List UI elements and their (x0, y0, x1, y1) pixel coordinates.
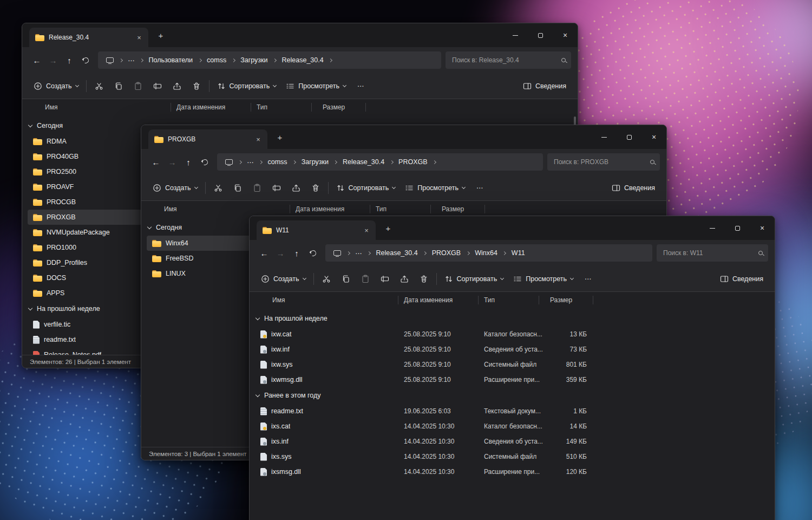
tab-close-icon[interactable]: × (133, 31, 145, 43)
file-row[interactable]: ixs.inf14.04.2025 10:30Сведения об уста.… (255, 434, 593, 449)
search-input[interactable] (451, 56, 557, 64)
column-header-date[interactable]: Дата изменения (398, 292, 479, 308)
forward-button[interactable]: → (45, 52, 61, 68)
column-header-name[interactable]: Имя (28, 99, 171, 115)
minimize-button[interactable] (700, 216, 725, 240)
breadcrumb-chevron-icon[interactable] (197, 59, 203, 62)
more-button[interactable]: ⋯ (470, 179, 489, 197)
forward-button[interactable]: → (164, 154, 180, 170)
copy-button[interactable] (109, 77, 128, 95)
close-button[interactable]: × (641, 125, 666, 149)
create-button[interactable]: Создать (256, 270, 311, 288)
this-pc-icon[interactable] (330, 246, 345, 259)
minimize-button[interactable] (592, 125, 617, 149)
breadcrumb-item[interactable]: comss (264, 155, 291, 168)
breadcrumb-chevron-icon[interactable] (237, 161, 243, 164)
sort-button[interactable]: Сортировать (212, 77, 281, 95)
breadcrumb-chevron-icon[interactable] (464, 252, 471, 255)
more-button[interactable]: ⋯ (578, 270, 598, 288)
view-button[interactable]: Просмотреть (281, 77, 351, 95)
tab-w11[interactable]: W11 × (257, 220, 376, 240)
back-button[interactable]: ← (148, 154, 164, 170)
view-button[interactable]: Просмотреть (400, 179, 470, 197)
up-button[interactable]: ↑ (289, 245, 305, 261)
file-row[interactable]: ixwmsg.dll25.08.2025 9:10Расширение при.… (255, 372, 593, 387)
group-header-earlier[interactable]: Ранее в этом году (250, 387, 775, 404)
copy-button[interactable] (228, 179, 247, 197)
breadcrumb-item[interactable]: Release_30.4 (339, 155, 388, 168)
breadcrumb-chevron-icon[interactable] (366, 252, 372, 255)
sort-button[interactable]: Сортировать (440, 270, 509, 288)
more-button[interactable]: ⋯ (351, 77, 370, 95)
back-button[interactable]: ← (256, 245, 272, 261)
rename-button[interactable] (375, 270, 395, 288)
breadcrumb-chevron-icon[interactable] (291, 161, 298, 164)
column-header-date[interactable]: Дата изменения (171, 99, 251, 115)
maximize-button[interactable] (617, 125, 641, 149)
refresh-button[interactable] (197, 154, 213, 170)
close-button[interactable]: × (553, 23, 578, 47)
breadcrumb-chevron-icon[interactable] (388, 161, 395, 164)
refresh-button[interactable] (77, 52, 94, 68)
breadcrumb-chevron-icon[interactable] (328, 59, 334, 62)
view-button[interactable]: Просмотреть (508, 270, 578, 288)
copy-button[interactable] (336, 270, 356, 288)
cut-button[interactable] (89, 77, 109, 95)
up-button[interactable]: ↑ (61, 52, 77, 68)
details-pane-button[interactable]: Сведения (518, 77, 571, 95)
share-button[interactable] (286, 179, 306, 197)
breadcrumb-chevron-icon[interactable] (139, 59, 145, 62)
file-row[interactable]: readme.txt19.06.2025 6:03Текстовый докум… (255, 404, 593, 419)
breadcrumb-item[interactable]: PROXGB (395, 155, 431, 168)
column-header-size[interactable]: Размер (312, 99, 366, 115)
rename-button[interactable] (148, 77, 167, 95)
breadcrumb-overflow[interactable]: ⋯ (243, 155, 258, 168)
column-header-type[interactable]: Тип (370, 201, 431, 217)
column-header-type[interactable]: Тип (479, 292, 539, 308)
up-button[interactable]: ↑ (180, 154, 197, 170)
breadcrumb-chevron-icon[interactable] (117, 59, 124, 62)
details-pane-button[interactable]: Сведения (607, 179, 660, 197)
paste-button[interactable] (356, 270, 375, 288)
breadcrumb-chevron-icon[interactable] (431, 161, 438, 164)
back-button[interactable]: ← (29, 52, 45, 68)
search-input[interactable] (662, 249, 754, 257)
paste-button[interactable] (128, 77, 148, 95)
new-tab-button[interactable]: + (154, 28, 168, 42)
breadcrumb-item[interactable]: Release_30.4 (372, 246, 422, 259)
column-header-size[interactable]: Размер (539, 292, 593, 308)
cut-button[interactable] (208, 179, 228, 197)
create-button[interactable]: Создать (148, 179, 202, 197)
breadcrumb-chevron-icon[interactable] (272, 59, 278, 62)
file-row[interactable]: ixs.sys14.04.2025 10:30Системный файл510… (255, 449, 593, 464)
this-pc-icon[interactable] (221, 155, 237, 168)
breadcrumb-overflow[interactable]: ⋯ (124, 54, 139, 67)
breadcrumb-item[interactable]: Пользователи (145, 54, 197, 67)
tab-release[interactable]: Release_30.4 × (29, 28, 148, 47)
breadcrumb-chevron-icon[interactable] (501, 252, 508, 255)
minimize-button[interactable] (503, 23, 528, 47)
forward-button[interactable]: → (272, 245, 289, 261)
column-header-name[interactable]: Имя (255, 292, 398, 308)
file-row[interactable]: ixw.sys25.08.2025 9:10Системный файл801 … (255, 357, 593, 372)
new-tab-button[interactable]: + (381, 221, 395, 235)
breadcrumb-overflow[interactable]: ⋯ (351, 246, 366, 259)
breadcrumb-item[interactable]: comss (203, 54, 230, 67)
maximize-button[interactable] (528, 23, 553, 47)
file-row[interactable]: ixsmsg.dll14.04.2025 10:30Расширение при… (255, 464, 593, 479)
breadcrumb-chevron-icon[interactable] (345, 252, 351, 255)
rename-button[interactable] (267, 179, 286, 197)
share-button[interactable] (395, 270, 414, 288)
breadcrumb-chevron-icon[interactable] (258, 161, 264, 164)
tab-close-icon[interactable]: × (252, 133, 264, 145)
breadcrumb-item[interactable]: PROXGB (428, 246, 465, 259)
sort-button[interactable]: Сортировать (331, 179, 401, 197)
breadcrumb-item[interactable]: Загрузки (298, 155, 332, 168)
breadcrumb-chevron-icon[interactable] (332, 161, 339, 164)
file-row[interactable]: ixs.cat14.04.2025 10:30Каталог безопасн.… (255, 419, 593, 434)
breadcrumb-chevron-icon[interactable] (230, 59, 237, 62)
new-tab-button[interactable]: + (273, 130, 287, 144)
this-pc-icon[interactable] (102, 54, 117, 67)
share-button[interactable] (167, 77, 187, 95)
cut-button[interactable] (317, 270, 336, 288)
